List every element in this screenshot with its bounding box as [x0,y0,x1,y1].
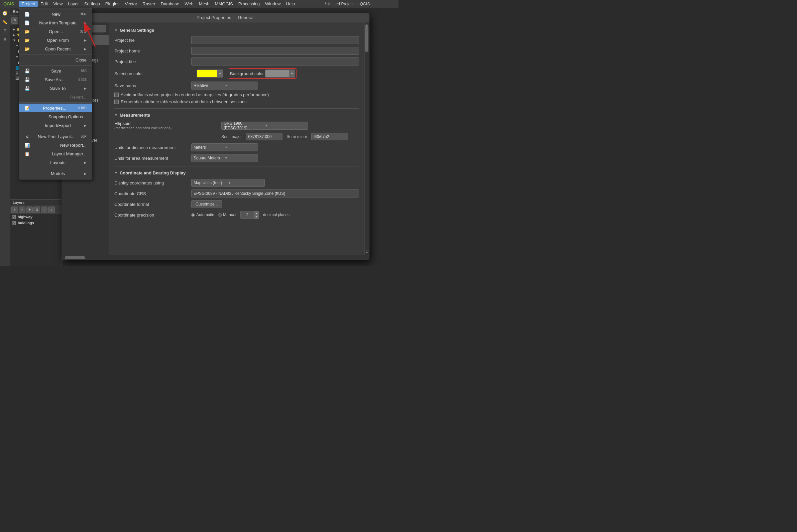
remember-tables-checkbox[interactable] [114,100,119,104]
layer-checkbox-buidlings[interactable]: ✓ [12,221,16,225]
layers-filter-btn[interactable]: ⚙ [33,207,40,213]
layers-add-btn[interactable]: + [11,207,18,213]
background-color-button[interactable]: ▼ [265,70,295,78]
coord-bearing-section-toggle[interactable]: ▼ [114,171,118,175]
menu-settings[interactable]: Settings [81,1,103,7]
menu-view[interactable]: View [51,1,65,7]
menu-help[interactable]: Help [283,1,298,7]
menu-item-new-print-layout[interactable]: 🖨 New Print Layout... ⌘P [19,132,92,141]
project-file-input[interactable] [191,36,359,44]
menu-layer[interactable]: Layer [65,1,81,7]
coord-format-row: Coordinate format Customize... [114,200,359,208]
menu-item-models[interactable]: Models ▶ [19,169,92,178]
app-logo[interactable]: QGIS [1,1,16,6]
radio-auto-label: Automatic [196,212,214,217]
toolbar-compass-icon[interactable]: 🧭 [1,10,9,17]
menu-item-open[interactable]: 📂 Open... ⌘O [19,27,92,36]
background-color-dropdown-icon[interactable]: ▼ [289,70,295,77]
toolbar-layers-icon[interactable]: ≡ [1,35,9,43]
layer-checkbox-highway[interactable]: ✓ [12,215,16,219]
menu-item-properties[interactable]: 📝 Properties... ⇧⌘P [19,103,92,112]
display-coords-dropdown[interactable]: Map Units (feet) ▼ [191,179,265,187]
menu-item-new-template[interactable]: 📄 New from Template ▶ [19,18,92,27]
horizontal-scrollbar [62,255,369,260]
selection-color-label: Selection color [114,71,191,76]
layer-item-buidlings[interactable]: ✓ buidlings [10,220,61,226]
menu-web[interactable]: Web [182,1,196,7]
units-area-dropdown[interactable]: Square Meters ▼ [191,154,258,162]
menu-item-open-recent-label: Open Recent [45,46,71,52]
menu-item-open-from[interactable]: 📂 Open From ▶ [19,36,92,44]
layer-item-highway[interactable]: ✓ highway [10,214,61,220]
browser-refresh-btn[interactable]: ↻ [11,17,18,24]
submenu-arrow-icon: ▶ [84,47,87,51]
menu-item-layout-manager[interactable]: 📋 Layout Manager... [19,149,92,158]
menu-item-save[interactable]: 💾 Save ⌘S [19,66,92,75]
menu-item-save-to[interactable]: 💾 Save To ▶ [19,84,92,93]
radio-auto-item[interactable]: Automatic [191,212,214,217]
menu-plugins[interactable]: Plugins [103,1,122,7]
menu-vector[interactable]: Vector [122,1,140,7]
menu-item-snapping[interactable]: Snapping Options... [19,112,92,121]
semi-minor-input[interactable] [311,133,348,140]
menu-item-save-as[interactable]: 💾 Save As... ⇧⌘S [19,75,92,84]
toolbar-pencil-icon[interactable]: ✏️ [1,18,9,26]
layer-label-highway: highway [18,215,33,219]
selection-color-dropdown-icon[interactable]: ▼ [217,70,223,77]
semi-row: Semi-major Semi-minor [114,133,359,141]
display-coords-label: Display coordinates using [114,180,191,186]
precision-spinbox-input[interactable] [241,211,254,218]
revert-icon [24,94,30,100]
scrollbar-thumb[interactable] [365,25,368,52]
save-paths-row: Save paths Relative ▼ [114,81,359,90]
menu-item-new[interactable]: 📄 New ⌘N [19,10,92,18]
scrollbar-track[interactable]: ▼ ▲ [365,22,369,255]
layers-move-down-btn[interactable]: ↓ [48,207,55,213]
menu-window[interactable]: Window [262,1,283,7]
toolbar-grid-icon[interactable]: ⊞ [1,27,9,35]
menu-database[interactable]: Database [158,1,182,7]
menu-item-import-export[interactable]: Import/Export ▶ [19,121,92,130]
coord-crs-input[interactable] [191,189,359,197]
menu-edit[interactable]: Edit [38,1,51,7]
radio-auto[interactable] [191,213,195,217]
menu-mmqgis[interactable]: MMQGIS [212,1,236,7]
submenu-arrow-icon: ▶ [84,38,87,42]
spinbox-down-btn[interactable]: ▼ [254,215,259,218]
menu-item-layouts[interactable]: Layouts ▶ [19,158,92,167]
menu-item-close[interactable]: Close [19,55,92,64]
layouts-icon [24,160,30,165]
units-distance-dropdown[interactable]: Meters ▼ [191,144,258,151]
radio-manual[interactable] [218,213,222,217]
customize-button[interactable]: Customize... [191,200,222,208]
menu-item-open-recent[interactable]: 📂 Open Recent ▶ [19,44,92,53]
semi-major-input[interactable] [246,133,282,140]
ellipsoid-arrow-icon: ▼ [265,124,306,127]
menu-processing[interactable]: Processing [236,1,262,7]
avoid-artifacts-checkbox[interactable] [114,93,119,97]
general-section-toggle[interactable]: ▼ [114,28,118,32]
save-paths-value: Relative [193,83,225,88]
menu-item-save-to-label: Save To [50,86,66,91]
layers-remove-btn[interactable]: − [19,207,25,213]
menu-mesh[interactable]: Mesh [196,1,212,7]
ellipsoid-dropdown[interactable]: GRS 1980 (EPSG:7019) ▼ [221,122,308,130]
layers-move-up-btn[interactable]: ↑ [41,207,48,213]
radio-manual-item[interactable]: Manual [218,212,236,217]
spinbox-up-btn[interactable]: ▲ [254,211,259,215]
menu-raster[interactable]: Raster [140,1,158,7]
layers-visible-btn[interactable]: 👁 [26,207,33,213]
save-paths-dropdown[interactable]: Relative ▼ [191,81,258,90]
measurements-section-toggle[interactable]: ▼ [114,113,118,117]
project-home-input[interactable] [191,47,359,55]
scrollbar-down-btn[interactable]: ▼ [365,250,369,255]
menu-item-new-report[interactable]: 📊 New Report... [19,141,92,149]
units-distance-value: Meters [193,145,225,150]
precision-spinbox[interactable]: ▲ ▼ [240,211,259,219]
menu-project[interactable]: Project [19,1,38,7]
selection-color-button[interactable]: ▼ [197,70,223,78]
h-scrollbar-thumb[interactable] [65,256,85,259]
units-area-row: Units for area measurement Square Meters… [114,154,359,162]
scrollbar-up-btn[interactable]: ▲ [365,22,369,27]
project-title-input[interactable] [191,57,359,65]
